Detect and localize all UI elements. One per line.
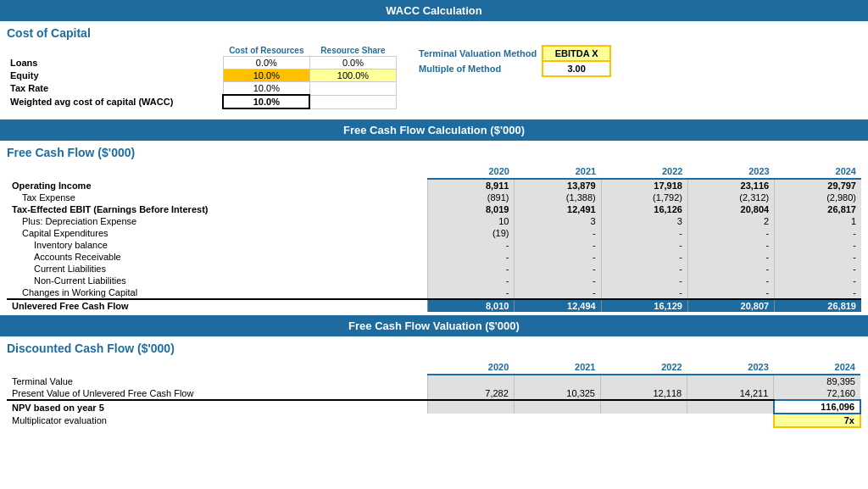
- fcf-cell: 16,126: [601, 203, 687, 215]
- dcf-content: 20202021202220232024Terminal Value 89,39…: [0, 357, 868, 431]
- dcf-cell: [427, 414, 514, 427]
- wacc-share-val: 0.0%: [309, 57, 396, 69]
- terminal-val2: 3.00: [542, 61, 610, 76]
- fcf-cell: -: [601, 286, 687, 299]
- wacc-row-label: Loans: [7, 57, 223, 69]
- fcf-row-label: Plus: Depreciation Expense: [7, 215, 428, 227]
- dcf-section: Discounted Cash Flow ($'000) 20202021202…: [0, 336, 868, 431]
- fcf-cell: (2,980): [775, 192, 861, 203]
- fcf-cell: 29,797: [775, 179, 861, 192]
- fcf-cell: 12,494: [515, 299, 601, 312]
- dcf-cell: 89,395: [774, 375, 860, 387]
- fcf-row-label: Capital Expenditures: [7, 227, 428, 239]
- dcf-cell: [601, 414, 687, 427]
- fcf-cell: -: [601, 227, 687, 239]
- col-share-header: Resource Share: [309, 45, 396, 57]
- fcf-cell: -: [601, 275, 687, 286]
- fcf-cell: 26,819: [775, 299, 861, 312]
- fcf-cell: -: [428, 286, 515, 299]
- wacc-section-title: Cost of Capital: [0, 21, 868, 42]
- fcf-cell: 2: [687, 215, 774, 227]
- fcf-year-header: 2023: [687, 164, 774, 179]
- fcf-cell: -: [687, 263, 774, 275]
- fcf-cell: 1: [775, 215, 861, 227]
- dcf-table: 20202021202220232024Terminal Value 89,39…: [7, 360, 861, 428]
- fcf-section: Free Cash Flow ($'000) 20202021202220232…: [0, 141, 868, 315]
- dcf-row-label: Terminal Value: [7, 375, 427, 387]
- page-title: WACC Calculation: [386, 4, 481, 17]
- dcf-cell: 12,118: [601, 387, 687, 400]
- dcf-cell: [687, 375, 774, 387]
- wacc-row-label: Equity: [7, 69, 223, 82]
- col-cost-header: Cost of Resources: [223, 45, 309, 57]
- fcf-row-label: Operating Income: [7, 179, 428, 192]
- fcf-cell: (2,312): [687, 192, 774, 203]
- wacc-cost-val: 0.0%: [223, 57, 309, 69]
- wacc-share-val: [309, 82, 396, 96]
- dcf-cell: [687, 400, 774, 414]
- dcf-section-title: Discounted Cash Flow ($'000): [0, 336, 868, 357]
- wacc-cost-val: 10.0%: [223, 69, 309, 82]
- dcf-cell: 7x: [774, 414, 860, 427]
- fcf-label: [7, 164, 428, 179]
- terminal-table: Terminal Valuation Method EBITDA X Multi…: [414, 45, 611, 77]
- wacc-left-panel: Cost of Resources Resource Share Loans 0…: [7, 45, 397, 109]
- wacc-table: Cost of Resources Resource Share Loans 0…: [7, 45, 397, 109]
- fcf-cell: -: [687, 239, 774, 251]
- fcf-row-label: Changes in Working Capital: [7, 286, 428, 299]
- wacc-header: WACC Calculation: [0, 0, 868, 21]
- fcf-cell: -: [601, 263, 687, 275]
- dcf-row-label: Present Value of Unlevered Free Cash Flo…: [7, 387, 427, 400]
- fcf-cell: 17,918: [601, 179, 687, 192]
- wacc-right-panel: Terminal Valuation Method EBITDA X Multi…: [397, 45, 861, 109]
- fcf-cell: -: [515, 263, 601, 275]
- wacc-share-val: 100.0%: [309, 69, 396, 82]
- dcf-cell: 10,325: [514, 387, 600, 400]
- fcf-cell: (891): [428, 192, 515, 203]
- dcf-year-header: 2021: [514, 360, 600, 375]
- wacc-row-label: Weighted avg cost of capital (WACC): [7, 95, 223, 108]
- fcf-cell: -: [515, 227, 601, 239]
- fcf-cell: -: [428, 251, 515, 263]
- dcf-label: [7, 360, 427, 375]
- dcf-header-text: Free Cash Flow Valuation ($'000): [348, 320, 520, 332]
- fcf-year-header: 2024: [775, 164, 861, 179]
- fcf-cell: -: [515, 251, 601, 263]
- fcf-cell: -: [515, 286, 601, 299]
- terminal-label2: Multiple of Method: [414, 61, 542, 76]
- dcf-cell: [687, 414, 774, 427]
- fcf-content: 20202021202220232024Operating Income 8,9…: [0, 161, 868, 315]
- fcf-header-text: Free Cash Flow Calculation ($'000): [343, 124, 525, 136]
- fcf-cell: -: [601, 251, 687, 263]
- fcf-cell: -: [515, 239, 601, 251]
- fcf-year-header: 2022: [601, 164, 687, 179]
- dcf-year-header: 2020: [427, 360, 514, 375]
- wacc-content: Cost of Resources Resource Share Loans 0…: [0, 42, 868, 113]
- fcf-table: 20202021202220232024Operating Income 8,9…: [7, 164, 861, 312]
- fcf-row-label: Current Liabilities: [7, 263, 428, 275]
- fcf-row-label: Inventory balance: [7, 239, 428, 251]
- terminal-val1: EBITDA X: [542, 46, 610, 61]
- fcf-cell: 8,019: [428, 203, 515, 215]
- dcf-cell: 116,096: [774, 400, 860, 414]
- fcf-cell: -: [428, 275, 515, 286]
- wacc-cost-val: 10.0%: [223, 82, 309, 96]
- fcf-row-label: Tax Expense: [7, 192, 428, 203]
- fcf-year-header: 2020: [428, 164, 515, 179]
- fcf-cell: 20,804: [687, 203, 774, 215]
- fcf-row-label: Unlevered Free Cash Flow: [7, 299, 428, 312]
- fcf-cell: 12,491: [515, 203, 601, 215]
- fcf-cell: -: [515, 275, 601, 286]
- dcf-year-header: 2022: [601, 360, 687, 375]
- terminal-label1: Terminal Valuation Method: [414, 46, 542, 61]
- fcf-cell: -: [428, 239, 515, 251]
- fcf-cell: -: [775, 286, 861, 299]
- fcf-cell: -: [428, 263, 515, 275]
- dcf-header: Free Cash Flow Valuation ($'000): [0, 315, 868, 336]
- fcf-cell: -: [601, 239, 687, 251]
- fcf-cell: 13,879: [515, 179, 601, 192]
- wacc-row-label: Tax Rate: [7, 82, 223, 96]
- dcf-cell: [427, 400, 514, 414]
- fcf-cell: 8,911: [428, 179, 515, 192]
- dcf-cell: 7,282: [427, 387, 514, 400]
